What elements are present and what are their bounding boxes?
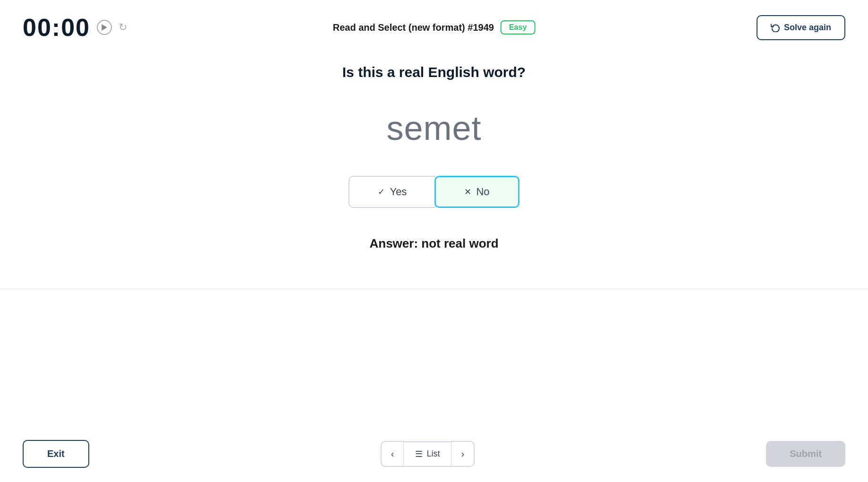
main-content: Is this a real English word? semet ✓ Yes… [0,55,868,251]
question-text: Is this a real English word? [342,64,526,80]
footer: Exit ‹ ☰ List › Submit [0,426,868,482]
crossmark-icon: ✕ [464,187,471,197]
reset-icon[interactable]: ↻ [119,21,127,34]
timer-section: 00:00 ↻ [23,13,127,42]
chevron-left-icon: ‹ [391,448,394,459]
exit-button[interactable]: Exit [23,440,89,468]
header: 00:00 ↻ Read and Select (new format) #19… [0,0,868,55]
chevron-right-icon: › [461,448,464,459]
solve-again-label: Solve again [784,23,831,33]
yes-label: Yes [390,186,407,198]
nav-prev-button[interactable]: ‹ [381,441,404,467]
nav-next-button[interactable]: › [451,441,475,467]
word-display: semet [386,109,481,147]
timer-display: 00:00 [23,13,90,42]
nav-list-button[interactable]: ☰ List [404,441,451,467]
list-label: List [426,449,440,459]
exit-label: Exit [47,448,65,459]
difficulty-badge: Easy [501,20,535,34]
checkmark-icon: ✓ [378,187,385,197]
navigation-section: ‹ ☰ List › [381,441,475,467]
center-header: Read and Select (new format) #1949 Easy [333,20,536,34]
answer-options: ✓ Yes ✕ No [349,176,519,208]
svg-marker-0 [102,24,107,31]
play-button[interactable] [97,20,112,35]
solve-again-button[interactable]: Solve again [757,15,845,40]
divider [0,289,868,289]
no-option-button[interactable]: ✕ No [434,176,519,208]
list-icon: ☰ [415,449,423,459]
answer-text: Answer: not real word [369,236,498,251]
no-label: No [476,186,489,198]
yes-option-button[interactable]: ✓ Yes [349,176,435,208]
puzzle-title: Read and Select (new format) #1949 [333,22,494,33]
submit-label: Submit [790,448,822,459]
submit-button[interactable]: Submit [766,441,845,467]
